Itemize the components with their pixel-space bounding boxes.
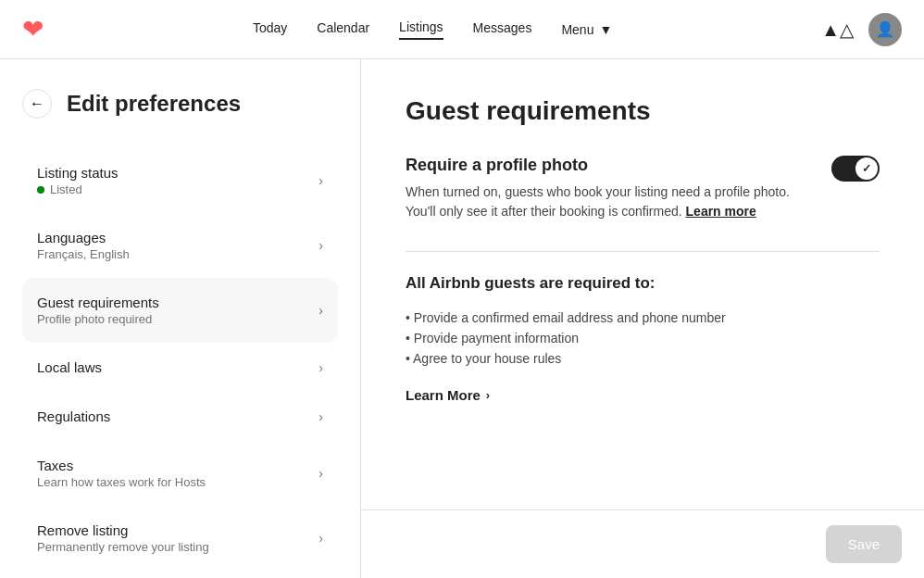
sidebar-item-remove-listing[interactable]: Remove listing Permanently remove your l… bbox=[22, 506, 338, 571]
sidebar-item-regulations[interactable]: Regulations › bbox=[22, 392, 338, 441]
menu-item-title: Listing status bbox=[37, 165, 119, 181]
sidebar: ← Edit preferences Listing status Listed… bbox=[0, 59, 361, 578]
navbar: ❤ Today Calendar Listings Messages Menu … bbox=[0, 0, 924, 59]
profile-photo-section: Require a profile photo When turned on, … bbox=[406, 156, 880, 221]
nav-today[interactable]: Today bbox=[253, 20, 287, 39]
toggle-check-icon: ✓ bbox=[862, 162, 871, 175]
required-section: All Airbnb guests are required to: Provi… bbox=[406, 274, 880, 403]
user-avatar[interactable]: 👤 bbox=[868, 13, 902, 46]
sidebar-item-listing-status[interactable]: Listing status Listed › bbox=[22, 148, 338, 213]
page-title: Guest requirements bbox=[406, 96, 880, 126]
chevron-right-icon: › bbox=[318, 466, 323, 481]
profile-photo-description: When turned on, guests who book your lis… bbox=[406, 182, 809, 221]
menu-item-content: Languages Français, English bbox=[37, 230, 130, 261]
chevron-right-icon: › bbox=[318, 360, 323, 375]
menu-item-content: Regulations bbox=[37, 408, 110, 424]
required-heading: All Airbnb guests are required to: bbox=[406, 274, 880, 293]
menu-item-content: Taxes Learn how taxes work for Hosts bbox=[37, 458, 206, 489]
nav-right: ▲△ 👤 bbox=[821, 13, 902, 46]
menu-item-subtitle: Permanently remove your listing bbox=[37, 540, 209, 554]
learn-more-inline-link[interactable]: Learn more bbox=[686, 204, 756, 219]
chevron-right-icon: › bbox=[318, 409, 323, 424]
chevron-right-icon: › bbox=[486, 388, 490, 402]
chevron-right-icon: › bbox=[318, 531, 323, 546]
nav-messages[interactable]: Messages bbox=[473, 20, 532, 39]
menu-item-title: Taxes bbox=[37, 458, 206, 473]
menu-item-subtitle: Profile photo required bbox=[37, 312, 159, 326]
menu-item-title: Regulations bbox=[37, 408, 110, 424]
profile-photo-toggle[interactable]: ✓ bbox=[831, 156, 880, 182]
chevron-right-icon: › bbox=[318, 173, 323, 188]
save-button[interactable]: Save bbox=[826, 525, 902, 563]
menu-item-title: Languages bbox=[37, 230, 130, 245]
listing-status-label: Listed bbox=[50, 182, 82, 196]
list-item: Provide a confirmed email address and ph… bbox=[406, 308, 880, 328]
listing-status-indicator: Listed bbox=[37, 182, 119, 196]
sidebar-title: Edit preferences bbox=[67, 91, 241, 117]
sidebar-item-languages[interactable]: Languages Français, English › bbox=[22, 213, 338, 278]
profile-photo-heading: Require a profile photo bbox=[406, 156, 809, 175]
nav-calendar[interactable]: Calendar bbox=[317, 20, 369, 39]
menu-item-subtitle: Français, English bbox=[37, 247, 130, 261]
learn-more-label: Learn More bbox=[406, 387, 481, 403]
page-layout: ← Edit preferences Listing status Listed… bbox=[0, 59, 924, 578]
sidebar-item-taxes[interactable]: Taxes Learn how taxes work for Hosts › bbox=[22, 441, 338, 506]
nav-links: Today Calendar Listings Messages Menu ▼ bbox=[253, 19, 612, 40]
list-item: Agree to your house rules bbox=[406, 348, 880, 369]
required-list: Provide a confirmed email address and ph… bbox=[406, 308, 880, 369]
learn-more-link[interactable]: Learn More › bbox=[406, 387, 880, 403]
menu-item-content: Listing status Listed bbox=[37, 165, 119, 196]
menu-item-content: Remove listing Permanently remove your l… bbox=[37, 522, 209, 554]
toggle-thumb: ✓ bbox=[855, 157, 878, 180]
chevron-right-icon: › bbox=[318, 238, 323, 253]
status-dot-green bbox=[37, 186, 44, 194]
menu-item-content: Local laws bbox=[37, 359, 102, 375]
list-item: Provide payment information bbox=[406, 328, 880, 348]
chevron-down-icon: ▼ bbox=[599, 22, 612, 37]
sidebar-item-local-laws[interactable]: Local laws › bbox=[22, 343, 338, 392]
profile-photo-row: Require a profile photo When turned on, … bbox=[406, 156, 880, 221]
menu-item-title: Remove listing bbox=[37, 522, 209, 538]
airbnb-logo[interactable]: ❤ bbox=[22, 14, 44, 44]
menu-item-title: Guest requirements bbox=[37, 295, 159, 310]
notifications-icon[interactable]: ▲△ bbox=[821, 19, 854, 41]
menu-item-title: Local laws bbox=[37, 359, 102, 375]
nav-menu[interactable]: Menu ▼ bbox=[561, 22, 612, 37]
profile-photo-text: Require a profile photo When turned on, … bbox=[406, 156, 809, 221]
menu-item-subtitle: Learn how taxes work for Hosts bbox=[37, 475, 206, 489]
main-content: Guest requirements Require a profile pho… bbox=[361, 59, 924, 578]
menu-item-content: Guest requirements Profile photo require… bbox=[37, 295, 159, 326]
section-divider bbox=[406, 251, 880, 252]
sidebar-item-guest-requirements[interactable]: Guest requirements Profile photo require… bbox=[22, 278, 338, 343]
save-bar: Save bbox=[361, 509, 924, 578]
chevron-right-icon: › bbox=[318, 303, 323, 318]
back-button[interactable]: ← bbox=[22, 89, 52, 119]
nav-listings[interactable]: Listings bbox=[399, 19, 443, 40]
sidebar-header: ← Edit preferences bbox=[22, 89, 338, 119]
